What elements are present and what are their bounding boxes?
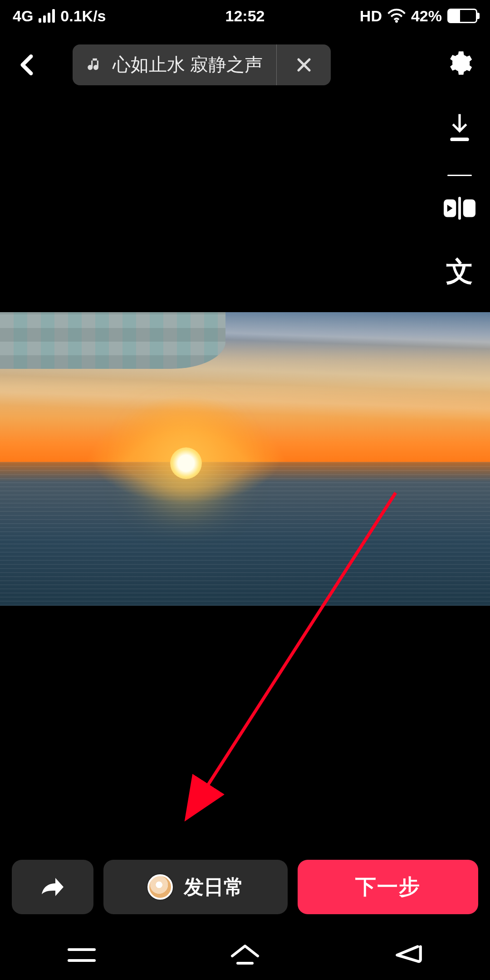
share-button[interactable]: [12, 860, 93, 914]
home-icon: [229, 943, 261, 967]
avatar: [147, 874, 173, 900]
editor-top-bar: 心如止水 寂静之声: [0, 36, 490, 93]
tool-divider: [447, 175, 472, 176]
status-bar: 4G 0.1K/s 12:52 HD 42% ⚡: [0, 0, 490, 32]
system-nav-bar: [0, 930, 490, 980]
text-icon: 文: [446, 254, 473, 290]
status-left: 4G 0.1K/s: [13, 7, 106, 25]
close-icon: [296, 57, 312, 73]
wifi-icon: [387, 9, 406, 23]
hd-indicator: HD: [360, 7, 382, 25]
settings-button[interactable]: [445, 49, 476, 81]
preview-canvas[interactable]: [0, 312, 490, 606]
next-button[interactable]: 下一步: [298, 860, 478, 914]
svg-rect-1: [450, 137, 469, 141]
network-speed: 0.1K/s: [60, 7, 106, 25]
signal-icon: [39, 9, 55, 23]
back-icon: [392, 945, 424, 965]
nav-recent-button[interactable]: [54, 941, 109, 969]
download-icon: [446, 112, 474, 142]
music-selector[interactable]: 心如止水 寂静之声: [73, 44, 331, 85]
share-arrow-icon: [40, 876, 65, 898]
music-clear-button[interactable]: [276, 44, 331, 85]
back-button[interactable]: [14, 51, 41, 78]
post-daily-label: 发日常: [184, 874, 244, 901]
battery-icon: [447, 9, 477, 23]
bottom-action-row: 发日常 下一步: [12, 860, 478, 914]
network-type: 4G: [13, 7, 33, 25]
nav-home-button[interactable]: [218, 941, 272, 969]
svg-rect-5: [463, 200, 475, 217]
charging-icon: ⚡: [488, 1, 490, 15]
status-time: 12:52: [225, 7, 265, 25]
post-daily-button[interactable]: 发日常: [103, 860, 288, 914]
clip-split-icon: [444, 196, 475, 220]
download-button[interactable]: [444, 111, 475, 143]
gear-icon: [445, 49, 473, 77]
nav-back-button[interactable]: [381, 941, 436, 969]
clip-split-button[interactable]: [444, 192, 475, 224]
status-right: HD 42% ⚡: [360, 7, 477, 25]
text-button[interactable]: 文: [444, 256, 475, 288]
music-title: 心如止水 寂静之声: [113, 52, 263, 77]
menu-icon: [67, 946, 96, 964]
battery-percent: 42%: [411, 7, 442, 25]
music-note-icon: [86, 56, 103, 74]
blurred-watermark: [0, 312, 225, 369]
svg-rect-4: [458, 197, 461, 220]
svg-point-0: [395, 20, 398, 23]
next-label: 下一步: [355, 873, 421, 901]
